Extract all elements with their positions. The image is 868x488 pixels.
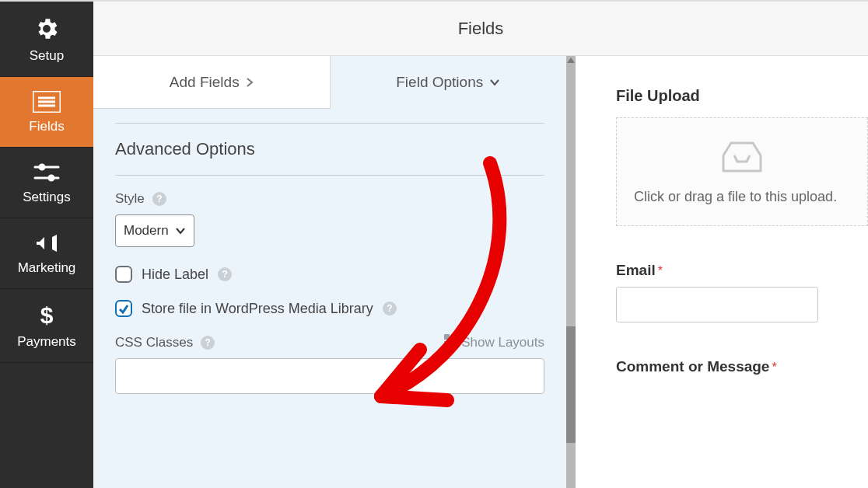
- panel-tabs: Add Fields Field Options: [93, 56, 566, 109]
- megaphone-icon: [33, 232, 60, 254]
- sidebar-item-label: Payments: [17, 334, 76, 350]
- inbox-icon: [634, 140, 850, 174]
- chevron-down-icon: [175, 227, 186, 235]
- gear-icon: [33, 16, 60, 42]
- svg-rect-10: [451, 334, 457, 340]
- css-classes-input[interactable]: [115, 358, 544, 394]
- css-classes-label: CSS Classes: [115, 335, 193, 350]
- scrollbar-thumb[interactable]: [566, 326, 576, 443]
- page-title: Fields: [458, 19, 504, 39]
- help-icon[interactable]: ?: [201, 336, 215, 350]
- sidebar-item-fields[interactable]: Fields: [0, 77, 93, 148]
- style-label: Style: [115, 191, 145, 207]
- help-icon[interactable]: ?: [383, 302, 397, 315]
- sidebar-item-setup[interactable]: Setup: [0, 2, 93, 77]
- email-label: Email: [616, 262, 656, 278]
- store-media-checkbox[interactable]: [115, 300, 132, 317]
- file-upload-label: File Upload: [616, 87, 868, 105]
- section-heading-advanced: Advanced Options: [115, 139, 544, 159]
- sidebar-item-label: Fields: [29, 119, 64, 134]
- sidebar-item-payments[interactable]: $ Payments: [0, 289, 93, 363]
- email-field[interactable]: Email*: [616, 262, 868, 322]
- hide-label-checkbox[interactable]: [115, 266, 132, 283]
- show-layouts-label: Show Layouts: [461, 335, 544, 350]
- scroll-up-arrow-icon[interactable]: [567, 58, 575, 63]
- svg-rect-12: [451, 341, 457, 347]
- tab-add-fields[interactable]: Add Fields: [93, 56, 331, 109]
- list-icon: [33, 91, 61, 113]
- style-select-value: Modern: [124, 223, 169, 239]
- svg-rect-11: [444, 341, 450, 347]
- file-upload-hint: Click or drag a file to this upload.: [634, 186, 850, 207]
- dollar-icon: $: [39, 303, 54, 328]
- file-upload-field[interactable]: File Upload Click or drag a file to this…: [616, 87, 868, 226]
- comment-label: Comment or Message: [616, 358, 769, 375]
- email-input[interactable]: [616, 287, 818, 322]
- sidebar: Setup Fields Settings Marketing: [0, 2, 93, 488]
- required-asterisk: *: [658, 264, 663, 277]
- sidebar-item-settings[interactable]: Settings: [0, 148, 93, 218]
- hide-label-text: Hide Label: [142, 267, 208, 283]
- grid-icon: [444, 334, 457, 350]
- svg-point-5: [40, 165, 44, 169]
- page-header: Fields: [93, 2, 868, 56]
- tab-field-options[interactable]: Field Options: [331, 56, 567, 109]
- file-upload-dropzone[interactable]: Click or drag a file to this upload.: [616, 117, 868, 226]
- divider: [115, 175, 544, 176]
- help-icon[interactable]: ?: [152, 192, 166, 206]
- form-preview: File Upload Click or drag a file to this…: [576, 56, 868, 488]
- svg-point-7: [49, 176, 54, 180]
- style-select[interactable]: Modern: [115, 214, 194, 247]
- svg-text:$: $: [40, 303, 54, 328]
- chevron-down-icon: [489, 78, 500, 86]
- svg-rect-9: [444, 334, 450, 340]
- store-media-label: Store file in WordPress Media Library: [142, 301, 373, 317]
- tab-label: Add Fields: [170, 74, 240, 91]
- show-layouts-button[interactable]: Show Layouts: [444, 334, 544, 350]
- help-icon[interactable]: ?: [218, 267, 232, 281]
- comment-field[interactable]: Comment or Message*: [616, 358, 868, 375]
- field-options-panel: Add Fields Field Options Advanced: [93, 56, 576, 488]
- required-asterisk: *: [772, 361, 776, 374]
- sidebar-item-marketing[interactable]: Marketing: [0, 218, 93, 289]
- sidebar-item-label: Marketing: [18, 260, 76, 276]
- sidebar-item-label: Settings: [23, 190, 70, 205]
- chevron-right-icon: [246, 77, 254, 88]
- sidebar-item-label: Setup: [30, 48, 64, 64]
- sliders-icon: [33, 162, 60, 183]
- tab-label: Field Options: [396, 74, 483, 91]
- divider: [115, 123, 544, 124]
